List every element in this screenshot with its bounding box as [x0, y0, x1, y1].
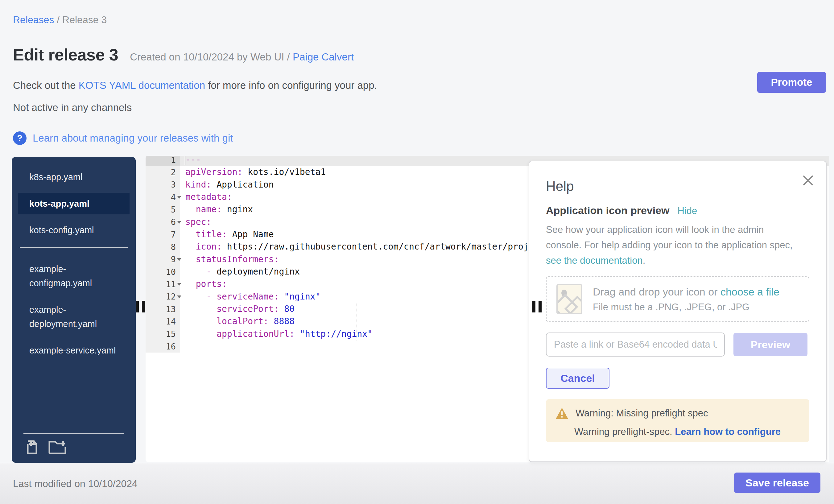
page-title: Edit release 3: [13, 45, 118, 64]
question-icon: ?: [13, 131, 26, 145]
icon-dropzone[interactable]: Drag and drop your icon or choose a file…: [546, 276, 809, 322]
line-number: 7: [146, 228, 180, 241]
warning-body: Warning preflight-spec. Learn how to con…: [574, 426, 800, 437]
breadcrumb-releases-link[interactable]: Releases: [13, 14, 54, 25]
icon-preview-section-title: Application icon preview: [546, 204, 670, 217]
doc-hint-prefix: Check out the: [13, 80, 79, 91]
line-number: 6: [146, 216, 180, 228]
line-number: 5: [146, 203, 180, 216]
choose-file-link[interactable]: choose a file: [721, 286, 780, 298]
line-number: 4: [146, 191, 180, 203]
line-number: 12: [146, 290, 180, 303]
breadcrumb: Releases / Release 3: [13, 14, 107, 26]
breadcrumb-current: Release 3: [62, 14, 107, 25]
see-documentation-link[interactable]: see the documentation: [546, 255, 643, 266]
kots-yaml-doc-link[interactable]: KOTS YAML documentation: [79, 80, 205, 91]
file-sidebar: k8s-app.yamlkots-app.yamlkots-config.yam…: [12, 157, 136, 463]
image-placeholder-icon: [556, 284, 582, 314]
line-number: 1: [146, 156, 180, 166]
line-number: 14: [146, 315, 180, 328]
file-item-example-service-yaml[interactable]: example-service.yaml: [18, 339, 130, 361]
channel-status: Not active in any channels: [13, 102, 132, 113]
file-item-kots-app-yaml[interactable]: kots-app.yaml: [18, 193, 130, 214]
line-number: 3: [146, 179, 180, 191]
file-list: k8s-app.yamlkots-app.yamlkots-config.yam…: [12, 157, 136, 361]
cancel-button[interactable]: Cancel: [546, 368, 610, 389]
hide-link[interactable]: Hide: [678, 205, 697, 217]
help-panel: Help Application icon preview Hide See h…: [529, 161, 827, 462]
created-author-link[interactable]: Paige Calvert: [293, 51, 354, 63]
warning-configure-link[interactable]: Learn how to configure: [675, 426, 781, 437]
line-number: 13: [146, 303, 180, 315]
promote-button[interactable]: Promote: [757, 72, 826, 93]
file-item-example-configmap-yaml[interactable]: example-configmap.yaml: [18, 258, 130, 294]
new-folder-icon[interactable]: [48, 440, 67, 456]
line-number: 11: [146, 278, 180, 290]
breadcrumb-separator: /: [54, 14, 62, 25]
save-release-button[interactable]: Save release: [734, 473, 820, 493]
sidebar-bottom-divider: [23, 433, 124, 434]
created-text: Created on 10/10/2024 by Web UI /: [130, 51, 293, 63]
file-item-example-deployment-yaml[interactable]: example-deployment.yaml: [18, 299, 130, 335]
help-title: Help: [546, 179, 809, 194]
preflight-warning-box: Warning: Missing preflight spec Warning …: [546, 399, 809, 442]
warning-title: Warning: Missing preflight spec: [575, 408, 708, 419]
sidebar-editor-resize-handle[interactable]: [136, 301, 146, 312]
line-number: 10: [146, 266, 180, 278]
line-number: 9: [146, 253, 180, 266]
doc-hint-suffix: for more info on configuring your app.: [205, 80, 377, 91]
file-item-k8s-app-yaml[interactable]: k8s-app.yaml: [18, 166, 130, 188]
line-number: 15: [146, 328, 180, 340]
description-text: See how your application icon will look …: [546, 224, 793, 250]
dropzone-hint: File must be a .PNG, .JPEG, or .JPG: [593, 302, 780, 313]
close-icon[interactable]: [803, 175, 814, 187]
footer-bar: Last modified on 10/10/2024 Save release: [0, 463, 834, 504]
file-group-divider: [20, 247, 128, 248]
warning-icon: [555, 407, 569, 419]
doc-hint-line: Check out the KOTS YAML documentation fo…: [13, 80, 377, 91]
editor-help-resize-handle[interactable]: [532, 301, 542, 312]
file-item-kots-config-yaml[interactable]: kots-config.yaml: [18, 219, 130, 241]
warning-body-text: Warning preflight-spec.: [574, 426, 675, 437]
last-modified-text: Last modified on 10/10/2024: [13, 478, 137, 489]
created-line: Created on 10/10/2024 by Web UI / Paige …: [130, 51, 354, 63]
icon-preview-description: See how your application icon will look …: [546, 222, 802, 268]
description-period: .: [643, 255, 645, 266]
icon-url-input[interactable]: [546, 332, 725, 356]
preview-button[interactable]: Preview: [733, 333, 808, 356]
new-file-icon[interactable]: [25, 440, 39, 456]
line-number: 8: [146, 241, 180, 253]
line-number: 2: [146, 166, 180, 178]
sidebar-bottom: [20, 433, 128, 456]
dropzone-text: Drag and drop your icon or: [593, 286, 721, 298]
indent-guide: [356, 303, 357, 341]
git-help-row: ? Learn about managing your releases wit…: [13, 131, 233, 145]
line-number: 16: [146, 340, 180, 353]
git-releases-link[interactable]: Learn about managing your releases with …: [33, 132, 233, 144]
title-row: Edit release 3 Created on 10/10/2024 by …: [13, 45, 354, 64]
